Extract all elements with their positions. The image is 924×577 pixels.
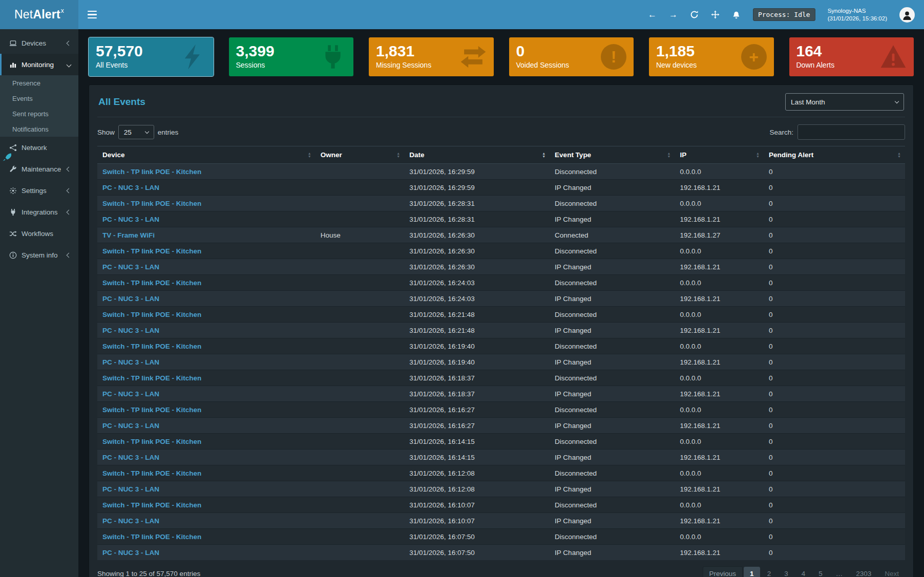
card-down-alerts[interactable]: 164 Down Alerts [789,37,914,76]
pagination-page-4[interactable]: 4 [795,567,812,577]
pagination-active[interactable]: 1 [744,567,760,577]
sidebar-item-events[interactable]: Events [0,91,78,106]
table-row[interactable]: TV - Frame WiFi House 31/01/2026, 16:26:… [97,227,905,243]
cell-pending-alert: 0 [764,370,905,386]
table-row[interactable]: PC - NUC 3 - LAN 31/01/2026, 16:19:40 IP… [97,354,905,370]
sidebar-item-label: Network [22,144,47,152]
device-link[interactable]: PC - NUC 3 - LAN [102,517,159,525]
device-link[interactable]: Switch - TP link POE - Kitchen [102,247,201,255]
table-row[interactable]: PC - NUC 3 - LAN 31/01/2026, 16:16:27 IP… [97,418,905,434]
device-link[interactable]: PC - NUC 3 - LAN [102,184,159,191]
table-row[interactable]: PC - NUC 3 - LAN 31/01/2026, 16:24:03 IP… [97,291,905,307]
sidebar-item-sent-reports[interactable]: Sent reports [0,106,78,121]
sidebar-item-workflows[interactable]: Workflows [0,223,78,244]
column-header-ip[interactable]: IP▲▼ [675,146,764,164]
sidebar-item-devices[interactable]: Devices [0,32,78,54]
table-row[interactable]: PC - NUC 3 - LAN 31/01/2026, 16:12:08 IP… [97,481,905,497]
device-link[interactable]: TV - Frame WiFi [102,231,155,239]
cell-pending-alert: 0 [764,354,905,370]
device-link[interactable]: Switch - TP link POE - Kitchen [102,469,201,477]
sidebar-item-system-info[interactable]: System info [0,244,78,266]
device-link[interactable]: PC - NUC 3 - LAN [102,390,159,398]
refresh-icon[interactable] [690,10,699,19]
device-link[interactable]: Switch - TP link POE - Kitchen [102,533,201,541]
table-row[interactable]: Switch - TP link POE - Kitchen 31/01/202… [97,370,905,386]
table-row[interactable]: PC - NUC 3 - LAN 31/01/2026, 16:26:30 IP… [97,259,905,275]
table-row[interactable]: Switch - TP link POE - Kitchen 31/01/202… [97,307,905,323]
period-filter-select[interactable]: Last Month [785,93,904,111]
bell-icon[interactable] [732,10,741,19]
card-missing-sessions[interactable]: 1,831 Missing Sessions [369,37,494,76]
table-row[interactable]: PC - NUC 3 - LAN 31/01/2026, 16:07:50 IP… [97,545,905,561]
device-link[interactable]: PC - NUC 3 - LAN [102,485,159,493]
card-all-events[interactable]: 57,570 All Events [89,37,214,76]
device-link[interactable]: PC - NUC 3 - LAN [102,454,159,461]
device-link[interactable]: PC - NUC 3 - LAN [102,358,159,366]
device-link[interactable]: Switch - TP link POE - Kitchen [102,343,201,350]
sidebar-item-settings[interactable]: Settings [0,180,78,201]
column-header-date[interactable]: Date▲▼ [404,146,550,164]
back-icon[interactable]: ← [648,10,657,19]
device-link[interactable]: Switch - TP link POE - Kitchen [102,374,201,382]
cell-ip: 0.0.0.0 [675,307,764,323]
sidebar-item-notifications[interactable]: Notifications [0,121,78,137]
pagination: Previous12345…2303Next [703,566,905,577]
device-link[interactable]: Switch - TP link POE - Kitchen [102,168,201,176]
page-length-select[interactable]: 25 [118,125,154,139]
card-voided-sessions[interactable]: 0 Voided Sessions ! [509,37,634,76]
table-row[interactable]: PC - NUC 3 - LAN 31/01/2026, 16:10:07 IP… [97,513,905,529]
table-row[interactable]: Switch - TP link POE - Kitchen 31/01/202… [97,434,905,450]
table-row[interactable]: PC - NUC 3 - LAN 31/01/2026, 16:28:31 IP… [97,211,905,227]
table-row[interactable]: Switch - TP link POE - Kitchen 31/01/202… [97,529,905,545]
avatar[interactable] [899,7,915,23]
table-row[interactable]: Switch - TP link POE - Kitchen 31/01/202… [97,275,905,291]
device-link[interactable]: PC - NUC 3 - LAN [102,422,159,430]
column-header-event-type[interactable]: Event Type▲▼ [550,146,675,164]
table-row[interactable]: Switch - TP link POE - Kitchen 31/01/202… [97,338,905,354]
device-link[interactable]: Switch - TP link POE - Kitchen [102,438,201,445]
table-row[interactable]: Switch - TP link POE - Kitchen 31/01/202… [97,196,905,211]
sidebar-item-monitoring[interactable]: Monitoring [0,54,78,75]
device-link[interactable]: PC - NUC 3 - LAN [102,216,159,223]
pagination-prev[interactable]: Previous [703,566,743,577]
device-link[interactable]: Switch - TP link POE - Kitchen [102,311,201,318]
device-link[interactable]: PC - NUC 3 - LAN [102,263,159,271]
pagination-page-2303[interactable]: 2303 [850,567,877,577]
table-row[interactable]: Switch - TP link POE - Kitchen 31/01/202… [97,497,905,513]
cell-device: PC - NUC 3 - LAN [97,450,316,465]
table-row[interactable]: PC - NUC 3 - LAN 31/01/2026, 16:29:59 IP… [97,180,905,196]
fullscreen-move-icon[interactable] [711,10,720,19]
pagination-page-5[interactable]: 5 [812,567,829,577]
pagination-next[interactable]: Next [878,567,905,577]
table-row[interactable]: Switch - TP link POE - Kitchen 31/01/202… [97,402,905,418]
card-sessions[interactable]: 3,399 Sessions [229,37,354,76]
device-link[interactable]: PC - NUC 3 - LAN [102,549,159,557]
device-link[interactable]: Switch - TP link POE - Kitchen [102,501,201,509]
app-logo[interactable]: NetAlertx [0,0,78,29]
card-new-devices[interactable]: 1,185 New devices + [649,37,774,76]
sidebar-item-network[interactable]: Network [0,137,78,158]
table-row[interactable]: Switch - TP link POE - Kitchen 31/01/202… [97,243,905,259]
sidebar-item-maintenance[interactable]: Maintenance [0,158,78,180]
search-input[interactable] [797,124,905,140]
device-link[interactable]: PC - NUC 3 - LAN [102,295,159,303]
pagination-page-3[interactable]: 3 [778,567,794,577]
sidebar-item-presence[interactable]: Presence [0,75,78,91]
sidebar-item-integrations[interactable]: Integrations [0,201,78,223]
table-row[interactable]: PC - NUC 3 - LAN 31/01/2026, 16:21:48 IP… [97,323,905,338]
column-header-owner[interactable]: Owner▲▼ [316,146,404,164]
pagination-page-2[interactable]: 2 [761,567,778,577]
table-row[interactable]: PC - NUC 3 - LAN 31/01/2026, 16:18:37 IP… [97,386,905,402]
rocket-icon[interactable] [2,153,11,163]
device-link[interactable]: Switch - TP link POE - Kitchen [102,406,201,414]
device-link[interactable]: Switch - TP link POE - Kitchen [102,279,201,287]
device-link[interactable]: PC - NUC 3 - LAN [102,327,159,334]
column-header-device[interactable]: Device▲▼ [97,146,316,164]
table-row[interactable]: PC - NUC 3 - LAN 31/01/2026, 16:14:15 IP… [97,450,905,465]
table-row[interactable]: Switch - TP link POE - Kitchen 31/01/202… [97,164,905,180]
forward-icon[interactable]: → [669,10,678,19]
device-link[interactable]: Switch - TP link POE - Kitchen [102,200,201,207]
column-header-pending-alert[interactable]: Pending Alert▲▼ [764,146,905,164]
table-row[interactable]: Switch - TP link POE - Kitchen 31/01/202… [97,465,905,481]
sidebar-toggle-button[interactable] [78,0,106,29]
